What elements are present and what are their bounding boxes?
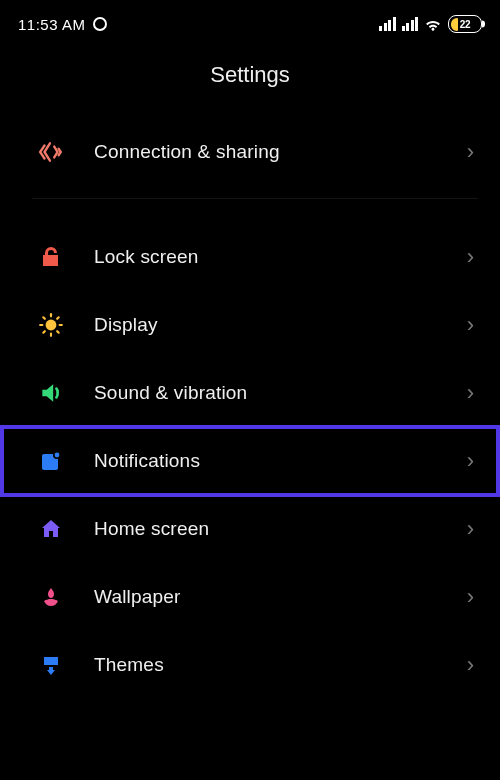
settings-item-notifications[interactable]: Notifications › (0, 425, 500, 497)
settings-item-label: Lock screen (94, 246, 199, 268)
battery-percent: 22 (460, 19, 471, 30)
chevron-right-icon: › (467, 448, 474, 474)
clock: 11:53 AM (18, 16, 85, 33)
settings-item-home[interactable]: Home screen › (0, 493, 500, 565)
settings-item-label: Themes (94, 654, 164, 676)
settings-item-lock[interactable]: Lock screen › (0, 221, 500, 293)
svg-line-6 (57, 331, 59, 333)
speaker-icon (36, 380, 66, 406)
settings-item-label: Home screen (94, 518, 209, 540)
connection-sharing-icon (36, 139, 66, 165)
status-left: 11:53 AM (18, 16, 107, 33)
settings-item-connection[interactable]: Connection & sharing › (0, 116, 500, 188)
svg-line-8 (57, 317, 59, 319)
chevron-right-icon: › (467, 516, 474, 542)
status-right: 22 (379, 15, 482, 33)
chevron-right-icon: › (467, 244, 474, 270)
chevron-right-icon: › (467, 652, 474, 678)
tulip-icon (36, 585, 66, 609)
sun-icon (36, 312, 66, 338)
settings-item-wallpaper[interactable]: Wallpaper › (0, 561, 500, 633)
divider (32, 198, 478, 199)
wifi-icon (424, 17, 442, 31)
chevron-right-icon: › (467, 380, 474, 406)
settings-item-label: Notifications (94, 450, 200, 472)
chevron-right-icon: › (467, 139, 474, 165)
status-bar: 11:53 AM 22 (0, 0, 500, 40)
app-ring-icon (93, 17, 107, 31)
svg-line-7 (43, 331, 45, 333)
chevron-right-icon: › (467, 312, 474, 338)
brush-icon (36, 653, 66, 677)
svg-line-5 (43, 317, 45, 319)
settings-item-sound[interactable]: Sound & vibration › (0, 357, 500, 429)
signal-icon (379, 17, 396, 31)
svg-point-11 (55, 453, 60, 458)
settings-item-themes[interactable]: Themes › (0, 629, 500, 701)
svg-point-0 (46, 320, 57, 331)
chevron-right-icon: › (467, 584, 474, 610)
settings-item-display[interactable]: Display › (0, 289, 500, 361)
home-icon (36, 517, 66, 541)
signal-icon (402, 17, 419, 31)
settings-item-label: Connection & sharing (94, 141, 280, 163)
settings-item-label: Wallpaper (94, 586, 181, 608)
settings-item-label: Display (94, 314, 158, 336)
lock-icon (36, 245, 66, 269)
battery-icon: 22 (448, 15, 482, 33)
page-title: Settings (0, 62, 500, 88)
settings-item-label: Sound & vibration (94, 382, 247, 404)
notifications-icon (36, 449, 66, 473)
